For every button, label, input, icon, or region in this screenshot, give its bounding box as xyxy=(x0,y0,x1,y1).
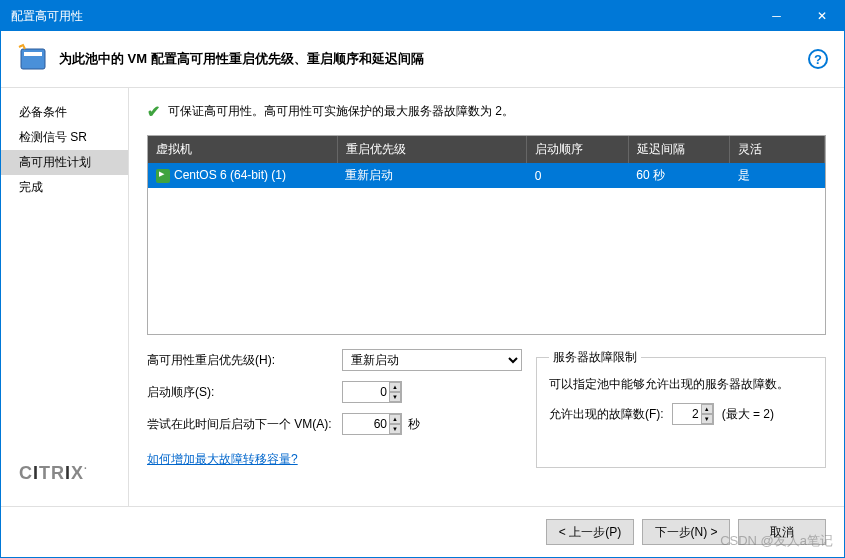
minimize-button[interactable] xyxy=(754,1,799,31)
col-delay[interactable]: 延迟间隔 xyxy=(628,136,729,163)
status-row: ✔ 可保证高可用性。高可用性可实施保护的最大服务器故障数为 2。 xyxy=(147,102,826,121)
delay-up[interactable]: ▲ xyxy=(389,414,401,424)
footer: < 上一步(P) 下一步(N) > 取消 xyxy=(1,506,844,557)
col-vm[interactable]: 虚拟机 xyxy=(148,136,337,163)
check-icon: ✔ xyxy=(147,102,160,121)
col-order[interactable]: 启动顺序 xyxy=(527,136,628,163)
fail-label: 允许出现的故障数(F): xyxy=(549,406,664,423)
wizard-icon xyxy=(17,43,49,75)
delay-down[interactable]: ▼ xyxy=(389,424,401,434)
titlebar-title: 配置高可用性 xyxy=(11,8,754,25)
failure-limit-fieldset: 服务器故障限制 可以指定池中能够允许出现的服务器故障数。 允许出现的故障数(F)… xyxy=(536,349,826,468)
delay-label: 尝试在此时间后启动下一个 VM(A): xyxy=(147,416,342,433)
sidebar: 必备条件 检测信号 SR 高可用性计划 完成 CITRIX· xyxy=(1,88,129,506)
fail-up[interactable]: ▲ xyxy=(701,404,713,414)
order-label: 启动顺序(S): xyxy=(147,384,342,401)
priority-label: 高可用性重启优先级(H): xyxy=(147,352,342,369)
col-priority[interactable]: 重启优先级 xyxy=(337,136,526,163)
fail-max: (最大 = 2) xyxy=(722,406,774,423)
fieldset-legend: 服务器故障限制 xyxy=(549,349,641,366)
vm-table: 虚拟机 重启优先级 启动顺序 延迟间隔 灵活 CentOS 6 (64-bit)… xyxy=(148,136,825,188)
close-button[interactable] xyxy=(799,1,844,31)
status-text: 可保证高可用性。高可用性可实施保护的最大服务器故障数为 2。 xyxy=(168,103,514,120)
prev-button[interactable]: < 上一步(P) xyxy=(546,519,634,545)
next-button[interactable]: 下一步(N) > xyxy=(642,519,730,545)
fieldset-desc: 可以指定池中能够允许出现的服务器故障数。 xyxy=(549,376,813,393)
dialog-window: 配置高可用性 为此池中的 VM 配置高可用性重启优先级、重启顺序和延迟间隔 ? … xyxy=(0,0,845,558)
sidebar-item-finish[interactable]: 完成 xyxy=(1,175,128,200)
fail-down[interactable]: ▼ xyxy=(701,414,713,424)
vm-icon xyxy=(156,169,170,183)
order-down[interactable]: ▼ xyxy=(389,392,401,402)
table-row[interactable]: CentOS 6 (64-bit) (1) 重新启动 0 60 秒 是 xyxy=(148,163,825,188)
form-area: 高可用性重启优先级(H): 重新启动 启动顺序(S): ▲▼ 尝试在此时间 xyxy=(147,349,826,468)
sidebar-item-prereq[interactable]: 必备条件 xyxy=(1,100,128,125)
titlebar: 配置高可用性 xyxy=(1,1,844,31)
main-panel: ✔ 可保证高可用性。高可用性可实施保护的最大服务器故障数为 2。 虚拟机 重启优… xyxy=(129,88,844,506)
priority-select[interactable]: 重新启动 xyxy=(342,349,522,371)
sidebar-item-heartbeat[interactable]: 检测信号 SR xyxy=(1,125,128,150)
order-up[interactable]: ▲ xyxy=(389,382,401,392)
sidebar-item-ha-plan[interactable]: 高可用性计划 xyxy=(1,150,128,175)
increase-capacity-link[interactable]: 如何增加最大故障转移容量? xyxy=(147,452,298,466)
col-agile[interactable]: 灵活 xyxy=(730,136,825,163)
vm-table-container: 虚拟机 重启优先级 启动顺序 延迟间隔 灵活 CentOS 6 (64-bit)… xyxy=(147,135,826,335)
header: 为此池中的 VM 配置高可用性重启优先级、重启顺序和延迟间隔 ? xyxy=(1,31,844,88)
svg-rect-1 xyxy=(24,52,42,56)
body: 必备条件 检测信号 SR 高可用性计划 完成 CITRIX· ✔ 可保证高可用性… xyxy=(1,88,844,506)
delay-unit: 秒 xyxy=(408,416,420,433)
svg-point-2 xyxy=(20,45,22,47)
help-icon[interactable]: ? xyxy=(808,49,828,69)
citrix-logo: CITRIX· xyxy=(1,463,128,494)
form-left: 高可用性重启优先级(H): 重新启动 启动顺序(S): ▲▼ 尝试在此时间 xyxy=(147,349,522,468)
header-title: 为此池中的 VM 配置高可用性重启优先级、重启顺序和延迟间隔 xyxy=(59,50,808,68)
cancel-button[interactable]: 取消 xyxy=(738,519,826,545)
